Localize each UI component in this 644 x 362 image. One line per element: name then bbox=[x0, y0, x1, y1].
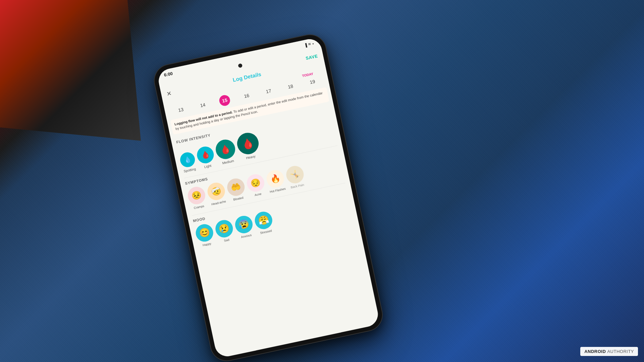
watermark-android: ANDROID bbox=[584, 349, 606, 354]
status-time: 6:00 bbox=[164, 71, 173, 77]
symptom-circle-cramps: 😣 bbox=[186, 185, 207, 206]
battery-icon: ▪ bbox=[312, 41, 314, 46]
symptom-cramps[interactable]: 😣 Cramps bbox=[186, 185, 208, 211]
symptom-label-headache: Head-ache bbox=[211, 200, 226, 206]
calendar-day-16[interactable]: 16 bbox=[239, 89, 254, 102]
calendar-day-14[interactable]: 14 bbox=[196, 99, 210, 112]
calendar-day-15-today[interactable]: 15 bbox=[218, 94, 232, 107]
close-button[interactable]: ✕ bbox=[166, 90, 172, 97]
symptom-label-hot-flashes: Hot Flashes bbox=[269, 187, 286, 194]
mood-label-happy: Happy bbox=[202, 242, 212, 247]
flow-label-spotting: Spotting bbox=[183, 167, 196, 173]
spotting-icon: 💧 bbox=[183, 156, 192, 164]
symptom-circle-acne: 😔 bbox=[245, 173, 266, 193]
front-camera bbox=[238, 63, 243, 68]
flow-circle-medium: 🩸 bbox=[214, 138, 237, 161]
day-number: 17 bbox=[262, 85, 275, 98]
flow-heavy[interactable]: 🩸 Heavy bbox=[235, 131, 262, 161]
symptom-headache[interactable]: 🤕 Head-ache bbox=[206, 181, 228, 206]
watermark: ANDROID AUTHORITY bbox=[580, 347, 638, 356]
flow-medium[interactable]: 🩸 Medium bbox=[214, 138, 238, 166]
calendar-day-19[interactable]: 19 bbox=[306, 75, 320, 88]
wifi-icon: ≋ bbox=[308, 42, 312, 47]
symptom-circle-hot-flashes: 🔥 bbox=[265, 169, 286, 189]
day-number: 13 bbox=[174, 104, 187, 116]
calendar-day-18[interactable]: 18 bbox=[283, 80, 298, 93]
flow-label-medium: Medium bbox=[222, 159, 234, 165]
mood-label-sad: Sad bbox=[224, 238, 230, 242]
day-number: 16 bbox=[240, 89, 253, 102]
mood-label-stressed: Stressed bbox=[260, 229, 272, 235]
mood-sad[interactable]: 😢 Sad bbox=[214, 218, 235, 243]
calendar-day-13[interactable]: 13 bbox=[174, 103, 188, 116]
symptom-circle-bloated: 🤲 bbox=[225, 177, 246, 198]
mood-anxious[interactable]: 😰 Anxious bbox=[233, 214, 255, 239]
mood-happy[interactable]: 😊 Happy bbox=[194, 223, 216, 248]
flow-spotting[interactable]: 💧 Spotting bbox=[179, 151, 197, 174]
flow-circle-heavy: 🩸 bbox=[235, 131, 261, 156]
day-number: 14 bbox=[197, 99, 209, 112]
mood-label-anxious: Anxious bbox=[241, 233, 252, 239]
mood-circle-happy: 😊 bbox=[194, 223, 215, 243]
symptom-bloated[interactable]: 🤲 Bloated bbox=[225, 177, 247, 202]
day-number: 15 bbox=[218, 94, 231, 107]
symptom-circle-back-pain: 🤸 bbox=[285, 164, 306, 185]
symptom-back-pain[interactable]: 🤸 Back Pain bbox=[285, 164, 307, 190]
calendar-day-17[interactable]: 17 bbox=[262, 85, 276, 98]
symptom-label-cramps: Cramps bbox=[194, 204, 205, 210]
symptom-label-acne: Acne bbox=[254, 192, 262, 197]
mood-circle-anxious: 😰 bbox=[233, 214, 254, 235]
watermark-authority: AUTHORITY bbox=[607, 349, 634, 354]
heavy-icon: 🩸 bbox=[240, 136, 255, 150]
light-icon: 🩸 bbox=[200, 150, 211, 160]
symptom-label-back-pain: Back Pain bbox=[290, 183, 305, 189]
symptom-hot-flashes[interactable]: 🔥 Hot Flashes bbox=[265, 169, 287, 194]
symptom-acne[interactable]: 😔 Acne bbox=[245, 173, 267, 198]
signal-icon: ▐ bbox=[304, 43, 307, 47]
mood-stressed[interactable]: 😤 Stressed bbox=[253, 210, 275, 235]
flow-label-light: Light bbox=[204, 164, 212, 169]
status-icons: ▐ ≋ ▪ bbox=[304, 41, 314, 48]
day-number: 18 bbox=[284, 80, 297, 93]
day-number: 19 bbox=[306, 75, 319, 88]
mood-circle-stressed: 😤 bbox=[253, 210, 274, 231]
mood-circle-sad: 😢 bbox=[214, 218, 234, 239]
symptom-circle-headache: 🤕 bbox=[206, 181, 227, 202]
flow-circle-spotting: 💧 bbox=[179, 151, 196, 169]
window-area bbox=[0, 0, 141, 141]
medium-icon: 🩸 bbox=[219, 143, 232, 156]
flow-circle-light: 🩸 bbox=[196, 145, 215, 165]
flow-light[interactable]: 🩸 Light bbox=[196, 145, 216, 170]
symptom-label-bloated: Bloated bbox=[233, 196, 244, 202]
flow-label-heavy: Heavy bbox=[246, 154, 256, 160]
